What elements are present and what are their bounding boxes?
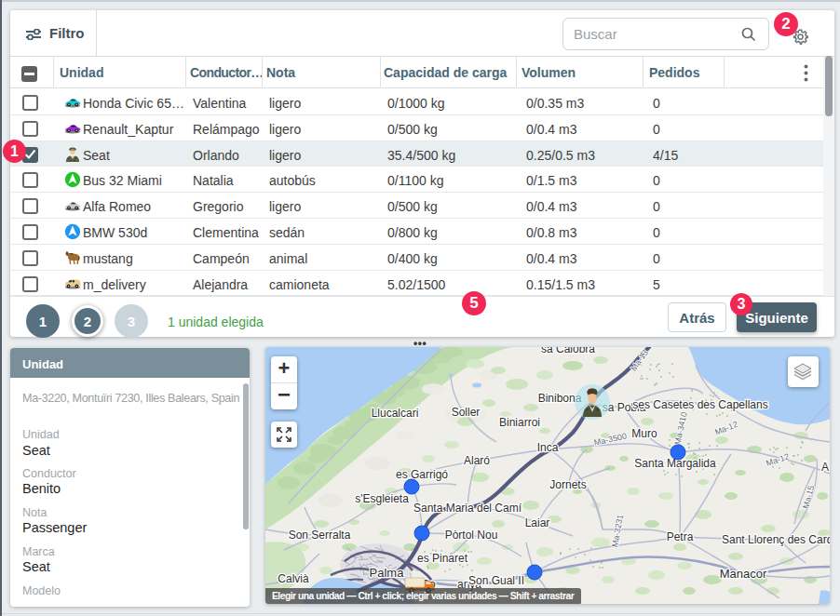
svg-text:A: A: [821, 461, 829, 474]
svg-text:Petra: Petra: [667, 530, 694, 543]
svg-text:Inca: Inca: [537, 441, 559, 454]
svg-text:Llucalcari: Llucalcari: [372, 407, 419, 420]
svg-text:Calvià: Calvià: [278, 572, 309, 585]
svg-text:Soller: Soller: [452, 406, 481, 419]
svg-text:Palma: Palma: [370, 566, 405, 580]
svg-text:sa Calobra: sa Calobra: [541, 347, 595, 355]
svg-text:Son Serralta: Son Serralta: [289, 529, 351, 542]
svg-text:es Garrigó: es Garrigó: [396, 468, 448, 481]
svg-text:es Pinaret: es Pinaret: [417, 552, 468, 565]
svg-text:Sant Llorenç des Carda: Sant Llorenç des Carda: [722, 533, 830, 546]
svg-text:Alaró: Alaró: [464, 454, 490, 467]
svg-text:ses Casetes des Capellans: ses Casetes des Capellans: [632, 398, 767, 411]
svg-text:Biniarroi: Biniarroi: [499, 416, 540, 429]
svg-text:Jornets: Jornets: [549, 478, 586, 491]
svg-text:s'Esgleieta: s'Esgleieta: [355, 492, 409, 505]
svg-text:Muro: Muro: [631, 427, 657, 440]
svg-text:Son Gual II: Son Gual II: [468, 574, 524, 587]
svg-text:Pòrtol Nou: Pòrtol Nou: [445, 529, 498, 542]
svg-text:Manacor: Manacor: [720, 567, 767, 581]
svg-text:Santa Maria del Camí: Santa Maria del Camí: [413, 502, 522, 515]
svg-text:Laiar: Laiar: [525, 516, 550, 529]
